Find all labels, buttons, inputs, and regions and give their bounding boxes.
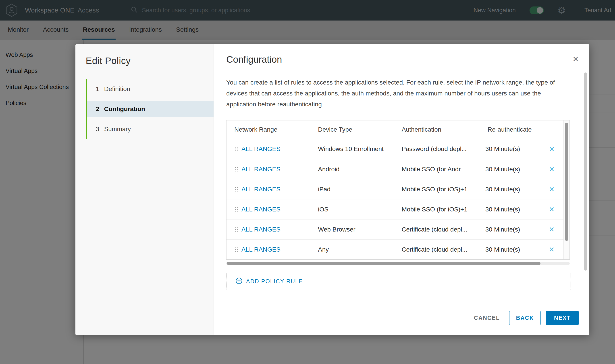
policy-rule-row: ALL RANGES Android Mobile SSO (for Andr.… — [227, 159, 563, 179]
table-vertical-scroll-thumb[interactable] — [565, 123, 568, 241]
delete-cell: × — [540, 144, 563, 154]
wizard-panel: Edit Policy 1 Definition 2 Configuration — [75, 44, 214, 335]
add-policy-rule-label: ADD POLICY RULE — [246, 278, 303, 285]
drag-handle-icon[interactable] — [235, 207, 238, 212]
modal-title: Edit Policy — [75, 55, 214, 66]
table-horizontal-scroll-thumb[interactable] — [227, 262, 540, 265]
authentication-cell: Certificate (cloud depl... — [394, 226, 478, 233]
drag-handle-icon[interactable] — [235, 227, 238, 232]
reauthenticate-cell: 30 Minute(s) — [478, 166, 540, 173]
network-range-link[interactable]: ALL RANGES — [241, 206, 281, 213]
network-range-link[interactable]: ALL RANGES — [241, 186, 281, 193]
reauthenticate-cell: 30 Minute(s) — [478, 186, 540, 193]
delete-rule-icon[interactable]: × — [549, 204, 554, 214]
authentication-cell: Mobile SSO (for Andr... — [394, 166, 478, 173]
network-range-cell: ALL RANGES — [227, 246, 310, 253]
delete-cell: × — [540, 225, 563, 234]
table-horizontal-scrollbar[interactable] — [226, 262, 570, 265]
configuration-description: You can create a list of rules to access… — [226, 77, 566, 110]
table-column-header: Network Range — [227, 126, 310, 133]
drag-handle-icon[interactable] — [235, 167, 238, 171]
modal-footer: CANCEL BACK NEXT — [474, 311, 579, 325]
authentication-cell: Password (cloud depl... — [394, 145, 478, 153]
policy-rule-row: ALL RANGES iPad Mobile SSO (for iOS)+1 3… — [227, 179, 563, 199]
wizard-step-inner: 3 Summary — [87, 121, 214, 137]
plus-circle-icon — [235, 277, 242, 286]
reauthenticate-cell: 30 Minute(s) — [478, 246, 540, 253]
policy-rule-row: ALL RANGES Windows 10 Enrollment Passwor… — [227, 139, 563, 159]
wizard-step-inner: 1 Definition — [87, 81, 214, 97]
drag-handle-icon[interactable] — [235, 187, 238, 192]
device-type-cell: Windows 10 Enrollment — [310, 145, 394, 153]
delete-rule-icon[interactable]: × — [549, 164, 554, 174]
back-button[interactable]: BACK — [509, 311, 541, 325]
cancel-button[interactable]: CANCEL — [474, 315, 500, 321]
reauthenticate-cell: 30 Minute(s) — [478, 206, 540, 213]
table-body: ALL RANGES Windows 10 Enrollment Passwor… — [227, 139, 570, 260]
wizard-steps: 1 Definition 2 Configuration 3 Summary — [86, 79, 214, 139]
device-type-cell: Any — [310, 246, 394, 253]
authentication-cell: Mobile SSO (for iOS)+1 — [394, 186, 478, 193]
delete-cell: × — [540, 165, 563, 174]
wizard-step-label: Summary — [104, 126, 131, 133]
delete-cell: × — [540, 245, 563, 254]
table-column-header: Authentication — [394, 126, 480, 133]
edit-policy-modal: Edit Policy 1 Definition 2 Configuration — [75, 44, 589, 335]
wizard-step-number: 1 — [96, 85, 99, 92]
table-vertical-scrollbar[interactable] — [563, 120, 570, 260]
network-range-cell: ALL RANGES — [227, 186, 310, 193]
reauthenticate-cell: 30 Minute(s) — [478, 145, 540, 153]
network-range-link[interactable]: ALL RANGES — [241, 226, 281, 233]
policy-rule-row: ALL RANGES Web Browser Certificate (clou… — [227, 219, 563, 239]
table-column-header: Re-authenticate — [480, 126, 532, 133]
page-title: Configuration — [226, 54, 589, 65]
network-range-link[interactable]: ALL RANGES — [241, 145, 281, 153]
network-range-cell: ALL RANGES — [227, 206, 310, 213]
wizard-step-number: 3 — [96, 126, 99, 133]
close-icon[interactable]: × — [573, 54, 579, 64]
next-button[interactable]: NEXT — [546, 311, 579, 325]
drag-handle-icon[interactable] — [235, 247, 238, 252]
policy-rule-row: ALL RANGES iOS Mobile SSO (for iOS)+1 30… — [227, 199, 563, 219]
wizard-step-label: Definition — [104, 85, 130, 92]
authentication-cell: Certificate (cloud depl... — [394, 246, 478, 253]
authentication-cell: Mobile SSO (for iOS)+1 — [394, 206, 478, 213]
drag-handle-icon[interactable] — [235, 147, 238, 151]
reauthenticate-cell: 30 Minute(s) — [478, 226, 540, 233]
network-range-cell: ALL RANGES — [227, 226, 310, 233]
network-range-cell: ALL RANGES — [227, 166, 310, 173]
modal-vertical-scroll-thumb[interactable] — [584, 73, 587, 271]
wizard-step[interactable]: 1 Definition — [87, 79, 214, 99]
network-range-cell: ALL RANGES — [227, 145, 310, 153]
table-header-row: Network Range Device Type Authentication… — [227, 120, 563, 139]
delete-rule-icon[interactable]: × — [549, 245, 554, 254]
delete-rule-icon[interactable]: × — [549, 224, 554, 234]
device-type-cell: Web Browser — [310, 226, 394, 233]
policy-rule-row: ALL RANGES Any Certificate (cloud depl..… — [227, 239, 563, 260]
configuration-panel: Configuration × You can create a list of… — [214, 44, 589, 335]
delete-rule-icon[interactable]: × — [549, 184, 554, 194]
wizard-step-label: Configuration — [104, 105, 145, 113]
delete-cell: × — [540, 205, 563, 214]
device-type-cell: iPad — [310, 186, 394, 193]
device-type-cell: iOS — [310, 206, 394, 213]
device-type-cell: Android — [310, 166, 394, 173]
delete-rule-icon[interactable]: × — [549, 144, 554, 154]
add-policy-rule-button[interactable]: ADD POLICY RULE — [226, 273, 571, 290]
table-column-header: Device Type — [310, 126, 394, 133]
delete-cell: × — [540, 185, 563, 194]
wizard-step[interactable]: 3 Summary — [87, 119, 214, 139]
wizard-step-inner: 2 Configuration — [87, 101, 214, 117]
wizard-step-number: 2 — [96, 105, 99, 113]
network-range-link[interactable]: ALL RANGES — [241, 166, 281, 173]
wizard-step[interactable]: 2 Configuration — [87, 99, 214, 119]
network-range-link[interactable]: ALL RANGES — [241, 246, 281, 253]
policy-rules-table: Network Range Device Type Authentication… — [226, 120, 570, 260]
